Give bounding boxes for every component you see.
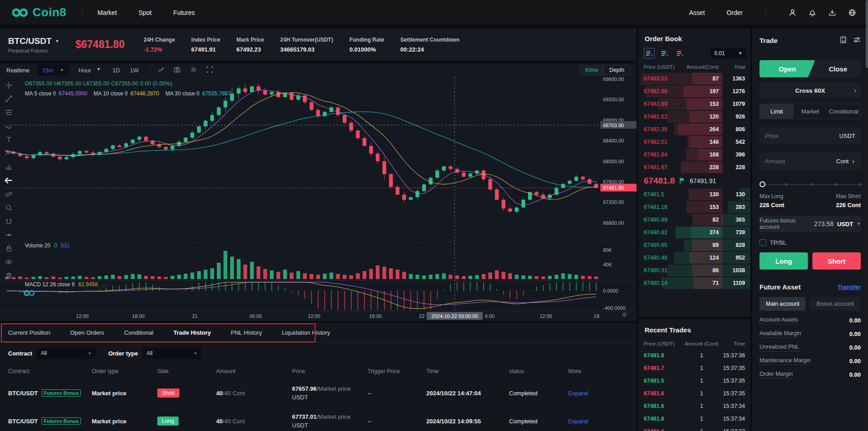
zoom-tool[interactable] — [5, 204, 13, 212]
order-book-ask-row[interactable]: 67482.52120926 — [638, 110, 750, 123]
bonus-account-select[interactable]: Futures bonus account 273.58 USDT ▼ — [760, 216, 861, 232]
slider-knob[interactable] — [760, 181, 765, 187]
recent-trade-row[interactable]: 67481.5115:37:35 — [638, 374, 750, 387]
order-book-ask-row[interactable]: 67481.67228228 — [638, 161, 750, 174]
transfer-link[interactable]: Transfer — [838, 284, 861, 290]
orders-tab-liquidation-history[interactable]: Liquidation History — [282, 323, 330, 342]
order-book-bid-row[interactable]: 67480.82374739 — [638, 226, 750, 239]
brush-tool[interactable] — [5, 122, 13, 130]
lock-tool[interactable] — [5, 245, 13, 252]
order-book-ask-row[interactable]: 67482.861971276 — [638, 85, 750, 98]
measure-tool[interactable] — [5, 190, 13, 198]
amount-slider[interactable] — [760, 181, 861, 188]
tpsl-checkbox[interactable] — [760, 239, 766, 246]
order-book-ask-row[interactable]: 67483.03871363 — [638, 72, 750, 85]
expand-link[interactable]: Expand — [568, 390, 637, 397]
eye-tool[interactable] — [5, 258, 13, 266]
account-tab-main[interactable]: Main account — [760, 297, 806, 311]
leverage-selector[interactable]: Cross 60X› — [760, 83, 861, 98]
preferences-sliders-icon[interactable] — [853, 36, 861, 45]
settings-icon[interactable] — [190, 66, 197, 75]
trendline-tool[interactable] — [5, 95, 13, 103]
globe-icon[interactable] — [848, 9, 856, 17]
order-type-tab-limit[interactable]: Limit — [760, 104, 793, 118]
nav-item-asset[interactable]: Asset — [689, 9, 705, 16]
timeframe-1w-button[interactable]: 1W — [130, 67, 139, 74]
contract-filter-select[interactable]: All▼ — [37, 347, 95, 359]
nav-item-market[interactable]: Market — [98, 9, 117, 16]
amount-input[interactable]: Amount Cont▼ — [760, 152, 861, 170]
coin8-logo[interactable]: Coin8 — [12, 5, 66, 19]
book-view-both-icon[interactable] — [644, 48, 655, 59]
forecast-tool[interactable] — [5, 163, 13, 171]
text-tool[interactable] — [5, 136, 13, 143]
timeframe-1d-button[interactable]: 1D — [113, 67, 120, 74]
orders-tab-conditional[interactable]: Conditional — [124, 323, 153, 342]
account-tab-bonus[interactable]: Bonus account — [810, 297, 860, 311]
guide-tool[interactable] — [5, 231, 13, 239]
order-book-bid-row[interactable]: 67480.31861038 — [638, 264, 750, 277]
order-book-bid-row[interactable]: 67481.16153283 — [638, 201, 750, 213]
page-scrollbar[interactable] — [866, 0, 868, 431]
order-type-tab-market[interactable]: Market — [793, 104, 827, 118]
axis-settings-gear-icon[interactable] — [622, 312, 627, 319]
order-book-bid-row[interactable]: 67480.14711109 — [638, 277, 750, 289]
recent-trade-row[interactable]: 67481.6115:37:34 — [638, 412, 750, 425]
fullscreen-icon[interactable] — [206, 66, 213, 75]
user-icon[interactable] — [788, 9, 797, 17]
recent-trade-row[interactable]: 67481.7115:37:35 — [638, 362, 750, 374]
recent-trade-row[interactable]: 67481.6115:37:34 — [638, 400, 750, 412]
calculator-icon[interactable] — [840, 36, 847, 45]
book-view-bids-icon[interactable] — [659, 48, 670, 59]
book-view-asks-icon[interactable] — [675, 48, 685, 59]
order-book-bid-row[interactable]: 67480.6589828 — [638, 239, 750, 251]
orders-tab-open-orders[interactable]: Open Orders — [70, 323, 104, 342]
nav-item-order[interactable]: Order — [726, 9, 743, 16]
fib-tool[interactable] — [5, 109, 13, 116]
close-tab[interactable]: Close — [815, 60, 861, 77]
price-input[interactable]: PriceUSDT — [760, 127, 861, 144]
asset-row: Maintenance Margin0.00 — [760, 357, 861, 365]
pattern-tool[interactable] — [5, 149, 13, 157]
symbol-selector[interactable]: BTC/USDT▼ Perpetual Futures — [8, 36, 59, 53]
recent-trade-row[interactable]: 67481.8115:37:36 — [638, 349, 750, 362]
future-asset-rows: Account Assets0.00 Available Margin0.00 … — [760, 317, 861, 379]
order-book-bid-row[interactable]: 67480.48124952 — [638, 251, 750, 264]
order-book-ask-row[interactable]: 67482.01146542 — [638, 136, 750, 148]
recent-trade-row[interactable]: 67481.6115:37:33 — [638, 425, 750, 431]
order-book-ask-row[interactable]: 67481.84168396 — [638, 148, 750, 161]
magnet-tool[interactable] — [5, 218, 13, 225]
orders-tab-trade-history[interactable]: Trade History — [173, 323, 211, 342]
trash-tool[interactable] — [5, 272, 13, 279]
svg-text:66800.00: 66800.00 — [603, 220, 624, 226]
camera-icon[interactable] — [174, 66, 181, 75]
expand-link[interactable]: Expand — [568, 418, 637, 425]
short-button[interactable]: Short — [812, 252, 861, 270]
orders-tab-current-position[interactable]: Current Position — [8, 323, 50, 342]
kline-tab[interactable]: Kline — [580, 66, 604, 75]
arrow-tool[interactable] — [4, 175, 14, 186]
orders-tab-pnl-history[interactable]: PNL History — [231, 323, 262, 342]
long-button[interactable]: Long — [760, 252, 808, 270]
order-book-bid-row[interactable]: 67480.9982365 — [638, 213, 750, 226]
depth-tab[interactable]: Depth — [604, 66, 630, 75]
nav-item-futures[interactable]: Futures — [173, 9, 194, 16]
order-book-ask-row[interactable]: 67482.35264806 — [638, 123, 750, 136]
order-book-ask-row[interactable]: 67482.691531079 — [638, 98, 750, 110]
interval-select[interactable]: 15m▼ — [38, 65, 68, 76]
recent-trade-row[interactable]: 67481.6115:37:35 — [638, 387, 750, 400]
precision-select[interactable]: 0.01▼ — [711, 48, 746, 59]
open-tab[interactable]: Open — [760, 60, 815, 77]
symbol-subtitle: Perpetual Futures — [8, 48, 59, 53]
order-book-bid-row[interactable]: 67481.5130130 — [638, 188, 750, 201]
hour-select[interactable]: Hour▼ — [79, 67, 101, 74]
nav-item-spot[interactable]: Spot — [139, 9, 152, 16]
download-icon[interactable] — [828, 9, 836, 17]
order-type-tab-conditional[interactable]: Conditional — [827, 104, 860, 118]
bell-icon[interactable] — [808, 9, 816, 17]
chart-toolbar-icons — [157, 66, 213, 75]
order-type-filter-select[interactable]: All▼ — [142, 347, 201, 359]
realtime-button[interactable]: Realtime — [6, 67, 29, 74]
crosshair-tool[interactable] — [5, 81, 13, 89]
indicator-icon[interactable] — [157, 66, 165, 75]
